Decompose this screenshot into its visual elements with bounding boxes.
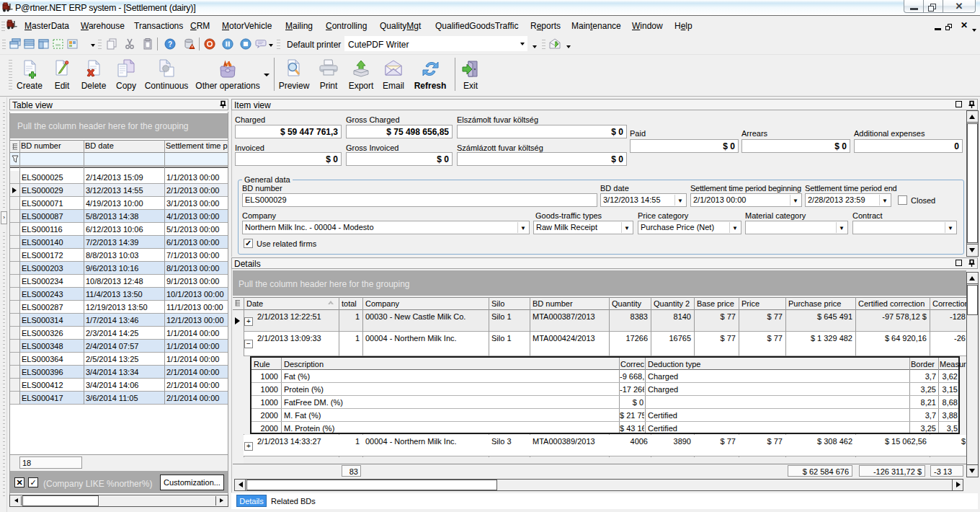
svg-text:?: ? (168, 40, 172, 48)
